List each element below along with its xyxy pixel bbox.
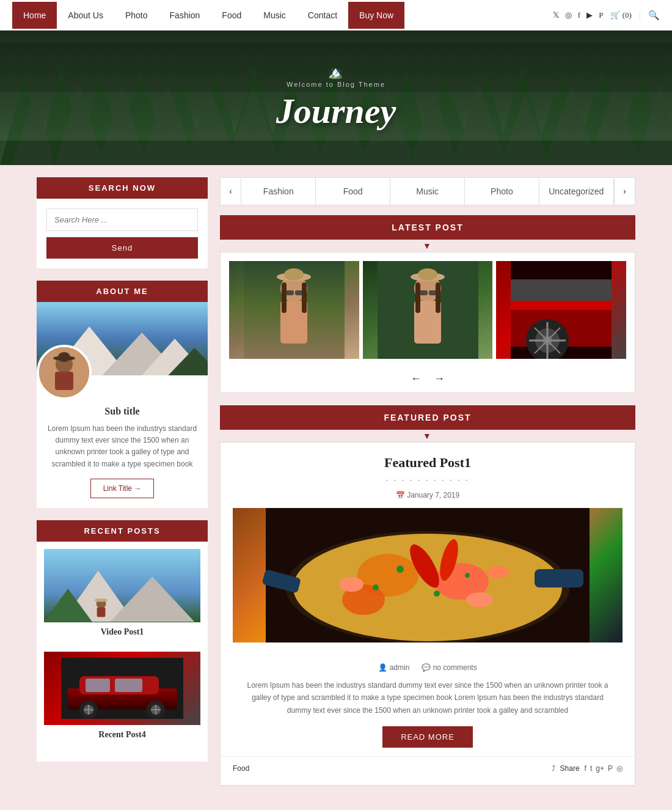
svg-point-70: [284, 268, 304, 281]
featured-post-box: Featured Post1 - - - - - - - - - - - 📅 J…: [220, 442, 635, 786]
featured-post-meta: 👤 admin 💬 no comments: [233, 663, 623, 672]
carousel-image-3: [496, 261, 626, 359]
svg-point-108: [373, 584, 379, 591]
post-share: ⤴ Share f t g+ P ◎: [552, 764, 623, 773]
twitter-icon[interactable]: 𝕏: [553, 10, 559, 20]
content-area: ‹ Fashion Food Music Photo Uncategorized…: [220, 177, 635, 798]
svg-point-52: [95, 598, 108, 602]
search-widget: SEARCH NOW Send: [37, 177, 208, 268]
instagram-icon[interactable]: ◎: [565, 10, 572, 20]
svg-rect-81: [436, 282, 440, 313]
latest-post-section: LATEST POST: [220, 215, 635, 393]
read-more-button[interactable]: READ MORE: [382, 726, 473, 748]
nav-contact[interactable]: Contact: [297, 2, 348, 29]
featured-post-date: 📅 January 7, 2019: [233, 491, 623, 499]
recent-post-2-image: [44, 652, 200, 725]
about-me-widget: ABOUT ME: [37, 281, 208, 508]
nav-links: Home About Us Photo Fashion Food Music C…: [12, 2, 404, 29]
featured-divider: - - - - - - - - - - -: [233, 476, 623, 485]
nav-photo[interactable]: Photo: [114, 2, 159, 29]
svg-point-97: [293, 534, 562, 641]
search-widget-body: Send: [37, 199, 208, 268]
svg-point-104: [487, 566, 509, 578]
about-subtitle: Sub title: [46, 406, 198, 417]
tab-food[interactable]: Food: [316, 178, 390, 205]
facebook-icon[interactable]: f: [578, 10, 580, 20]
svg-rect-111: [535, 569, 583, 587]
svg-point-103: [339, 577, 363, 592]
svg-point-45: [58, 352, 70, 362]
share-icons: f t g+ P ◎: [585, 764, 623, 773]
svg-point-107: [434, 591, 440, 597]
tab-uncategorized[interactable]: Uncategorized: [539, 178, 614, 205]
nav-about-us[interactable]: About Us: [57, 2, 114, 29]
sidebar: SEARCH NOW Send ABOUT ME: [37, 177, 208, 798]
featured-post-meta-area: 👤 admin 💬 no comments Lorem Ipsum has be…: [221, 651, 635, 748]
recent-post-1-image: [44, 549, 200, 622]
svg-rect-57: [115, 679, 142, 692]
carousel-prev-button[interactable]: ←: [411, 372, 422, 385]
svg-rect-80: [415, 282, 420, 313]
post-footer: Food ⤴ Share f t g+ P ◎: [221, 756, 635, 773]
nav-right: 𝕏 ◎ f ▶ P 🛒 (0) | 🔍: [553, 10, 660, 21]
hero-icon: 🏔️: [276, 65, 396, 79]
about-me-header: ABOUT ME: [37, 281, 208, 302]
svg-rect-83: [429, 290, 437, 295]
tab-fashion[interactable]: Fashion: [241, 178, 316, 205]
pinterest-icon[interactable]: P: [599, 10, 603, 20]
recent-posts-widget: RECENT POSTS: [37, 520, 208, 762]
featured-post-excerpt: Lorem Ipsum has been the industrys stand…: [233, 679, 623, 716]
about-text: Lorem Ipsum has been the industrys stand…: [46, 423, 198, 470]
nav-buy-now[interactable]: Buy Now: [348, 2, 404, 29]
recent-post-1[interactable]: Video Post1: [44, 549, 200, 642]
cart-icon[interactable]: 🛒 (0): [610, 10, 631, 20]
share-facebook-icon[interactable]: f: [585, 764, 586, 773]
svg-point-79: [418, 268, 437, 281]
hero-banner: 🏔️ Welcome to Blog Theme Journey: [0, 31, 672, 165]
svg-rect-94: [511, 279, 612, 301]
svg-point-106: [396, 565, 404, 573]
svg-point-109: [465, 573, 470, 578]
nav-fashion[interactable]: Fashion: [159, 2, 211, 29]
hero-title: 🏔️ Welcome to Blog Theme Journey: [276, 65, 396, 131]
share-icon: ⤴: [552, 764, 555, 773]
latest-post-header: LATEST POST: [220, 215, 635, 240]
carousel-nav: ← →: [221, 367, 635, 392]
hero-main-title: Journey: [276, 91, 396, 131]
recent-post-2[interactable]: Recent Post4: [44, 652, 200, 745]
share-googleplus-icon[interactable]: g+: [596, 764, 604, 773]
tab-photo[interactable]: Photo: [465, 178, 539, 205]
share-twitter-icon[interactable]: t: [590, 764, 592, 773]
main-navigation: Home About Us Photo Fashion Food Music C…: [0, 0, 672, 31]
category-tabs: ‹ Fashion Food Music Photo Uncategorized…: [220, 177, 635, 205]
youtube-icon[interactable]: ▶: [586, 10, 593, 20]
svg-rect-73: [285, 290, 294, 295]
share-instagram-icon[interactable]: ◎: [616, 764, 623, 773]
link-title-button[interactable]: Link Title →: [90, 479, 155, 498]
search-nav-icon[interactable]: 🔍: [648, 10, 660, 21]
featured-post-image: [233, 508, 623, 642]
nav-home[interactable]: Home: [12, 2, 57, 29]
nav-music[interactable]: Music: [252, 2, 297, 29]
carousel-next-button[interactable]: →: [434, 372, 445, 385]
share-pinterest-icon[interactable]: P: [608, 764, 613, 773]
send-button[interactable]: Send: [46, 237, 198, 259]
share-label: Share: [560, 764, 580, 773]
carousel-image-1: [229, 261, 359, 359]
nav-food[interactable]: Food: [211, 2, 252, 29]
search-widget-header: SEARCH NOW: [37, 177, 208, 199]
svg-rect-51: [97, 607, 106, 617]
latest-post-box: ← →: [220, 252, 635, 393]
svg-rect-43: [55, 372, 73, 390]
recent-posts-header: RECENT POSTS: [37, 520, 208, 542]
svg-rect-72: [302, 282, 307, 313]
svg-rect-74: [295, 290, 304, 295]
tab-prev-arrow[interactable]: ‹: [221, 179, 241, 204]
main-container: SEARCH NOW Send ABOUT ME: [0, 165, 672, 810]
tab-next-arrow[interactable]: ›: [614, 179, 635, 204]
featured-post-inner: Featured Post1 - - - - - - - - - - - 📅 J…: [221, 443, 635, 499]
search-input[interactable]: [46, 208, 198, 231]
svg-rect-71: [282, 282, 287, 313]
tab-music[interactable]: Music: [390, 178, 465, 205]
post-tag[interactable]: Food: [233, 764, 249, 773]
